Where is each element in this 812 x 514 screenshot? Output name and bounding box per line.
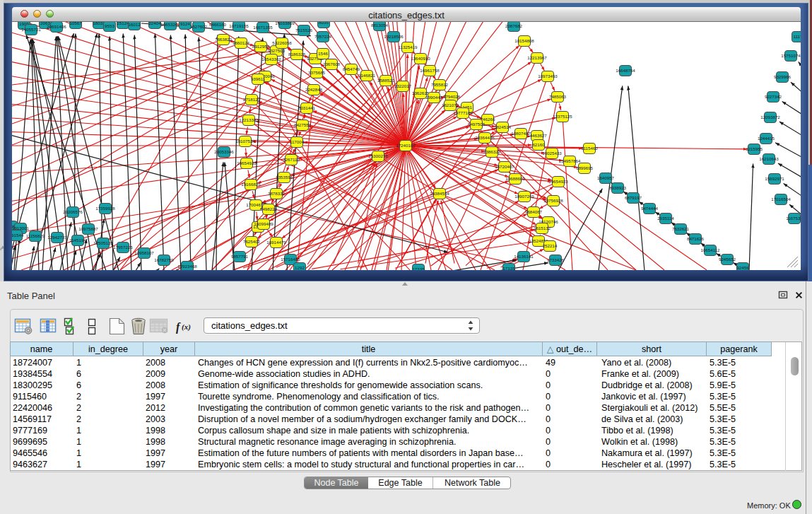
svg-text:16671355: 16671355 (253, 25, 273, 30)
svg-text:3215955: 3215955 (746, 146, 763, 151)
svg-text:2935114: 2935114 (657, 216, 674, 221)
svg-text:8471626: 8471626 (687, 236, 705, 241)
svg-text:12942737: 12942737 (47, 235, 67, 240)
svg-text:1990443: 1990443 (425, 95, 443, 100)
svg-text:9146821: 9146821 (358, 73, 376, 78)
svg-text:16033809: 16033809 (275, 22, 295, 25)
svg-text:6899695: 6899695 (576, 165, 594, 170)
svg-text:3267110: 3267110 (283, 157, 300, 162)
svg-text:12505135: 12505135 (93, 240, 113, 245)
svg-text:7955812: 7955812 (431, 82, 449, 87)
svg-text:117004: 117004 (290, 139, 305, 144)
svg-text:17335: 17335 (502, 266, 515, 270)
svg-text:19654933: 19654933 (237, 160, 257, 165)
svg-text:16782759: 16782759 (154, 257, 174, 262)
svg-text:9245652: 9245652 (719, 257, 736, 262)
svg-text:2242848: 2242848 (305, 87, 323, 92)
svg-text:10975887: 10975887 (78, 226, 98, 231)
svg-text:16648764: 16648764 (616, 68, 635, 73)
svg-text:25300275: 25300275 (368, 153, 388, 158)
svg-text:10107534: 10107534 (235, 139, 255, 144)
svg-text:10154808: 10154808 (514, 38, 534, 43)
svg-text:7357224: 7357224 (314, 34, 332, 39)
svg-text:18907269: 18907269 (514, 194, 534, 199)
svg-text:2718129: 2718129 (243, 97, 261, 102)
svg-text:1353594: 1353594 (276, 175, 293, 180)
svg-text:12213383: 12213383 (239, 117, 259, 122)
svg-text:19166825: 19166825 (241, 182, 261, 187)
svg-text:15716485: 15716485 (281, 257, 300, 262)
svg-text:6497503: 6497503 (468, 122, 486, 127)
svg-text:10654112: 10654112 (700, 247, 720, 252)
svg-text:3824514: 3824514 (494, 124, 512, 129)
svg-text:8427552: 8427552 (294, 122, 312, 127)
svg-text:7485063: 7485063 (549, 94, 567, 99)
svg-text:134957864: 134957864 (559, 158, 582, 163)
svg-text:12375125: 12375125 (553, 114, 572, 119)
svg-text:11156829: 11156829 (26, 233, 45, 238)
svg-text:10973493: 10973493 (538, 74, 558, 78)
svg-text:17016504: 17016504 (771, 197, 791, 201)
svg-text:1733426: 1733426 (547, 257, 565, 262)
svg-text:6879197: 6879197 (625, 195, 642, 200)
svg-text:9124: 9124 (180, 22, 190, 26)
svg-text:3878332: 3878332 (268, 191, 286, 196)
svg-text:20053346: 20053346 (214, 149, 234, 154)
svg-text:9327503: 9327503 (268, 48, 286, 53)
svg-text:17359928: 17359928 (95, 206, 115, 211)
svg-text:10688609: 10688609 (505, 176, 525, 181)
svg-text:8186328: 8186328 (288, 52, 306, 57)
svg-text:7625402: 7625402 (243, 239, 261, 244)
svg-text:16210643: 16210643 (759, 156, 779, 161)
svg-text:9857791: 9857791 (231, 254, 249, 259)
svg-text:939611: 939611 (251, 76, 266, 81)
svg-text:16914479: 16914479 (266, 240, 286, 245)
svg-text:1621072: 1621072 (442, 103, 459, 107)
svg-text:9474444: 9474444 (641, 206, 659, 211)
svg-text:7515526: 7515526 (295, 28, 313, 33)
svg-text:1588520: 1588520 (377, 78, 395, 83)
svg-text:2367608: 2367608 (323, 62, 341, 66)
svg-text:7663822: 7663822 (215, 37, 233, 42)
svg-text:1615132: 1615132 (534, 226, 551, 230)
svg-text:6466160: 6466160 (209, 22, 227, 27)
svg-text:7632621: 7632621 (672, 226, 690, 231)
svg-text:10719155: 10719155 (229, 23, 249, 28)
svg-text:12093872: 12093872 (760, 115, 780, 119)
svg-text:1527602: 1527602 (190, 24, 208, 29)
svg-text:20691406: 20691406 (47, 24, 66, 29)
svg-text:(x): (x) (182, 322, 191, 332)
svg-text:1546: 1546 (318, 51, 328, 56)
svg-text:53226058: 53226058 (272, 40, 292, 45)
svg-text:1167533: 1167533 (786, 216, 801, 221)
svg-text:62160: 62160 (532, 142, 545, 147)
svg-text:9684067: 9684067 (525, 209, 543, 214)
svg-text:20206576: 20206576 (63, 209, 83, 214)
svg-text:10567: 10567 (69, 22, 82, 25)
svg-text:8031441: 8031441 (298, 105, 316, 110)
svg-text:15751074: 15751074 (781, 53, 801, 58)
svg-text:17335: 17335 (412, 267, 425, 270)
svg-text:15720407: 15720407 (495, 164, 514, 169)
svg-text:f: f (176, 321, 181, 334)
svg-text:11325419: 11325419 (398, 45, 418, 49)
svg-text:13640910: 13640910 (411, 56, 430, 61)
svg-text:8035: 8035 (319, 22, 329, 25)
svg-text:1117: 1117 (794, 34, 801, 39)
svg-text:8813054: 8813054 (371, 23, 389, 28)
svg-text:10653267: 10653267 (160, 22, 180, 27)
svg-text:19654923: 19654923 (548, 179, 568, 184)
svg-text:14463627: 14463627 (527, 133, 547, 138)
svg-text:16543362: 16543362 (261, 57, 281, 62)
svg-text:1292: 1292 (295, 265, 305, 270)
svg-text:10025433: 10025433 (542, 151, 562, 156)
svg-text:8912954: 8912954 (252, 44, 270, 49)
svg-text:16012: 16012 (128, 22, 141, 27)
svg-text:19384554: 19384554 (430, 191, 449, 196)
svg-text:16099489: 16099489 (254, 221, 273, 226)
svg-text:14055721: 14055721 (21, 27, 41, 32)
svg-text:20364436: 20364436 (475, 135, 495, 140)
svg-text:10756928: 10756928 (543, 198, 563, 203)
svg-text:8938923: 8938923 (609, 185, 627, 190)
svg-text:9227342: 9227342 (765, 94, 782, 99)
